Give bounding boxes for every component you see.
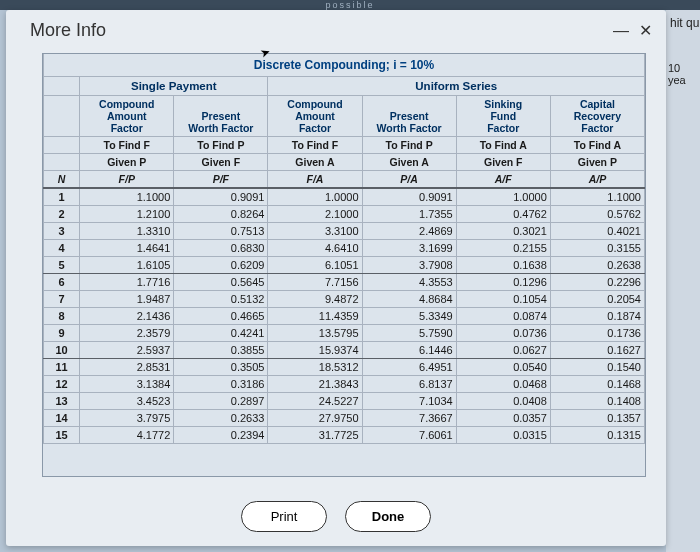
col-sub1-5: To Find A — [550, 137, 644, 154]
cell-value: 0.2394 — [174, 427, 268, 444]
cell-value: 5.7590 — [362, 325, 456, 342]
table-row: 21.21000.82642.10001.73550.47620.5762 — [44, 206, 645, 223]
cell-value: 27.9750 — [268, 410, 362, 427]
hdr-blank — [44, 96, 80, 137]
cell-value: 1.2100 — [80, 206, 174, 223]
table-row: 11.10000.90911.00000.90911.00001.1000 — [44, 188, 645, 206]
cell-value: 0.6209 — [174, 257, 268, 274]
table-row: 112.85310.350518.53126.49510.05400.1540 — [44, 359, 645, 376]
cell-value: 0.1054 — [456, 291, 550, 308]
group-single-payment: Single Payment — [80, 77, 268, 96]
cell-value: 2.5937 — [80, 342, 174, 359]
cell-value: 0.8264 — [174, 206, 268, 223]
s1-blank — [44, 137, 80, 154]
cell-n: 2 — [44, 206, 80, 223]
cell-value: 6.1446 — [362, 342, 456, 359]
cell-n: 5 — [44, 257, 80, 274]
table-row: 82.14360.466511.43595.33490.08740.1874 — [44, 308, 645, 325]
col-sub3-0: F/P — [80, 171, 174, 189]
cell-value: 1.6105 — [80, 257, 174, 274]
cell-value: 31.7725 — [268, 427, 362, 444]
table-row: 71.94870.51329.48724.86840.10540.2054 — [44, 291, 645, 308]
cell-value: 0.3155 — [550, 240, 644, 257]
cell-value: 0.4762 — [456, 206, 550, 223]
cell-n: 4 — [44, 240, 80, 257]
col-sub2-4: Given F — [456, 154, 550, 171]
cell-value: 1.0000 — [456, 188, 550, 206]
cell-value: 0.2155 — [456, 240, 550, 257]
cell-value: 6.8137 — [362, 376, 456, 393]
cell-value: 6.1051 — [268, 257, 362, 274]
cell-value: 3.7975 — [80, 410, 174, 427]
cell-value: 3.1699 — [362, 240, 456, 257]
col-n-blank — [44, 77, 80, 96]
table-row: 133.45230.289724.52277.10340.04080.1408 — [44, 393, 645, 410]
col-sub2-2: Given A — [268, 154, 362, 171]
cell-n: 11 — [44, 359, 80, 376]
col-sub3-3: P/A — [362, 171, 456, 189]
done-button[interactable]: Done — [345, 501, 431, 532]
cell-value: 24.5227 — [268, 393, 362, 410]
col-header-5: CapitalRecoveryFactor — [550, 96, 644, 137]
table-row: 31.33100.75133.31002.48690.30210.4021 — [44, 223, 645, 240]
cell-value: 0.1315 — [550, 427, 644, 444]
cell-value: 0.0408 — [456, 393, 550, 410]
cell-value: 0.9091 — [174, 188, 268, 206]
cell-value: 4.1772 — [80, 427, 174, 444]
cell-value: 4.6410 — [268, 240, 362, 257]
cell-value: 5.3349 — [362, 308, 456, 325]
cell-value: 0.1874 — [550, 308, 644, 325]
col-n-label: N — [44, 171, 80, 189]
cell-value: 1.9487 — [80, 291, 174, 308]
cell-value: 2.4869 — [362, 223, 456, 240]
group-uniform-series: Uniform Series — [268, 77, 645, 96]
cell-value: 2.8531 — [80, 359, 174, 376]
cell-value: 15.9374 — [268, 342, 362, 359]
minimize-button[interactable]: — — [613, 22, 629, 40]
cell-n: 10 — [44, 342, 80, 359]
cell-n: 8 — [44, 308, 80, 325]
cell-value: 1.1000 — [80, 188, 174, 206]
cell-value: 4.8684 — [362, 291, 456, 308]
cell-value: 0.1468 — [550, 376, 644, 393]
cell-n: 7 — [44, 291, 80, 308]
cell-value: 3.4523 — [80, 393, 174, 410]
cell-value: 2.1436 — [80, 308, 174, 325]
cell-value: 3.7908 — [362, 257, 456, 274]
table-row: 102.59370.385515.93746.14460.06270.1627 — [44, 342, 645, 359]
cell-value: 0.1296 — [456, 274, 550, 291]
cell-value: 2.3579 — [80, 325, 174, 342]
col-header-0: CompoundAmountFactor — [80, 96, 174, 137]
col-sub2-3: Given A — [362, 154, 456, 171]
factor-table: Discrete Compounding; i = 10% Single Pay… — [43, 54, 645, 444]
col-sub3-4: A/F — [456, 171, 550, 189]
table-row: 123.13840.318621.38436.81370.04680.1468 — [44, 376, 645, 393]
factor-table-container[interactable]: Discrete Compounding; i = 10% Single Pay… — [42, 53, 646, 477]
cell-n: 9 — [44, 325, 80, 342]
cell-n: 12 — [44, 376, 80, 393]
cell-value: 2.1000 — [268, 206, 362, 223]
table-body: 11.10000.90911.00000.90911.00001.100021.… — [44, 188, 645, 444]
cell-value: 11.4359 — [268, 308, 362, 325]
col-sub1-3: To Find P — [362, 137, 456, 154]
cell-value: 0.0315 — [456, 427, 550, 444]
cell-value: 21.3843 — [268, 376, 362, 393]
cell-value: 0.3855 — [174, 342, 268, 359]
cell-value: 3.1384 — [80, 376, 174, 393]
close-button[interactable]: ✕ — [639, 21, 652, 40]
cell-value: 7.6061 — [362, 427, 456, 444]
print-button[interactable]: Print — [241, 501, 327, 532]
cell-value: 0.0736 — [456, 325, 550, 342]
cell-value: 0.1736 — [550, 325, 644, 342]
col-sub1-2: To Find F — [268, 137, 362, 154]
cell-value: 0.5132 — [174, 291, 268, 308]
table-row: 92.35790.424113.57955.75900.07360.1736 — [44, 325, 645, 342]
cell-value: 0.1408 — [550, 393, 644, 410]
cell-n: 13 — [44, 393, 80, 410]
col-sub2-0: Given P — [80, 154, 174, 171]
col-sub3-5: A/P — [550, 171, 644, 189]
cell-value: 0.3505 — [174, 359, 268, 376]
cell-value: 0.3021 — [456, 223, 550, 240]
cell-n: 6 — [44, 274, 80, 291]
cell-value: 3.3100 — [268, 223, 362, 240]
